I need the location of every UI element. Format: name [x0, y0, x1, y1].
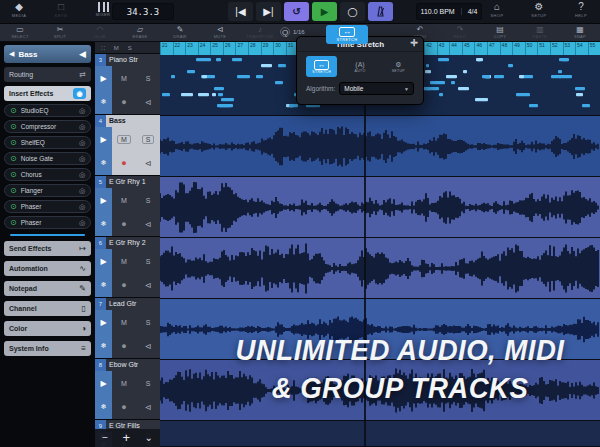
paste-tool[interactable]: ▥PASTE: [520, 24, 560, 39]
track-play-icon[interactable]: ▶: [100, 74, 106, 83]
mute-button[interactable]: M: [117, 135, 131, 144]
audio-event-lane[interactable]: [160, 238, 600, 299]
bypass-icon[interactable]: ◎: [79, 139, 85, 147]
stretch-mode-setup[interactable]: ⚙SETUP: [383, 56, 414, 77]
record-arm-button[interactable]: ●: [121, 159, 126, 167]
freeze-icon[interactable]: ❄: [101, 98, 107, 106]
insert-effect-slot[interactable]: ⊙Chorus◎: [4, 168, 91, 181]
stretch-mode-stretch[interactable]: ↔STRETCH: [306, 56, 337, 77]
media-button[interactable]: ◆MEDIA: [4, 1, 34, 18]
split-tool[interactable]: ✂SPLIT: [40, 24, 80, 39]
solo-button[interactable]: S: [143, 319, 154, 326]
forward-button[interactable]: ▶|: [256, 2, 281, 21]
inspector-section-send-effects[interactable]: Send Effects↦: [4, 241, 91, 256]
mute-button[interactable]: M: [118, 75, 130, 82]
insert-effect-slot[interactable]: ⊙ShelfEQ◎: [4, 136, 91, 149]
glue-tool[interactable]: ◠GLUE: [80, 24, 120, 39]
inspector-section-automation[interactable]: Automation∿: [4, 261, 91, 276]
insert-effect-slot[interactable]: ⊙Phaser◎: [4, 216, 91, 229]
track-row[interactable]: 4 Bass ▶ ❄ M S ● ⊲: [95, 115, 160, 176]
monitor-icon[interactable]: ⊲: [145, 159, 152, 168]
tempo-display[interactable]: 110.0 BPM 4/4: [416, 3, 482, 20]
freeze-icon[interactable]: ❄: [101, 403, 107, 411]
insert-effect-slot[interactable]: ⊙Compressor◎: [4, 120, 91, 133]
power-icon[interactable]: ⊙: [10, 203, 17, 211]
monitor-icon[interactable]: ⊲: [145, 342, 152, 351]
inspector-track-header[interactable]: ◀ Bass ◀: [4, 45, 91, 63]
record-button[interactable]: ◯: [340, 2, 365, 21]
record-arm-button[interactable]: ●: [121, 403, 126, 411]
transpose-tool[interactable]: ♪TRANSPOSE: [240, 24, 280, 39]
track-row[interactable]: 5 E Gtr Rhy 1 ▶ ❄ M S ● ⊲: [95, 176, 160, 237]
record-arm-button[interactable]: ●: [121, 281, 126, 289]
record-arm-button[interactable]: ●: [121, 342, 126, 350]
mute-button[interactable]: M: [118, 380, 130, 387]
insert-effect-slot[interactable]: ⊙Phaser◎: [4, 200, 91, 213]
mute-button[interactable]: M: [118, 197, 130, 204]
bypass-icon[interactable]: ◎: [79, 171, 85, 179]
track-play-icon[interactable]: ▶: [100, 135, 106, 144]
bypass-icon[interactable]: ◎: [79, 187, 85, 195]
freeze-icon[interactable]: ❄: [101, 281, 107, 289]
insert-effect-slot[interactable]: ⊙Flanger◎: [4, 184, 91, 197]
shop-button[interactable]: ⌂SHOP: [482, 1, 512, 18]
erase-tool[interactable]: ▱ERASE: [120, 24, 160, 39]
header-mute-label[interactable]: M: [114, 45, 119, 51]
solo-button[interactable]: S: [143, 75, 154, 82]
audio-event-lane[interactable]: [160, 360, 600, 421]
stretch-mode-auto[interactable]: (A)AUTO: [344, 56, 375, 77]
add-track-button[interactable]: +: [122, 433, 130, 443]
routing-section-button[interactable]: Routing ⇄: [4, 67, 91, 82]
solo-button[interactable]: S: [143, 258, 154, 265]
song-position-display[interactable]: 34.3.3: [112, 3, 174, 20]
inspector-section-system-info[interactable]: System Info≡: [4, 341, 91, 356]
power-icon[interactable]: ⊙: [10, 123, 17, 131]
mute-tool[interactable]: ⊲MUTE: [200, 24, 240, 39]
bypass-icon[interactable]: ◎: [79, 155, 85, 163]
track-play-icon[interactable]: ▶: [100, 257, 106, 266]
bypass-icon[interactable]: ◎: [79, 107, 85, 115]
stretch-tool-button[interactable]: ↔ STRETCH: [326, 25, 368, 44]
inspector-section-notepad[interactable]: Notepad✎: [4, 281, 91, 296]
power-icon[interactable]: ⊙: [10, 139, 17, 147]
track-play-icon[interactable]: ▶: [100, 318, 106, 327]
solo-button[interactable]: S: [143, 197, 154, 204]
monitor-icon[interactable]: ⊲: [145, 281, 152, 290]
inspector-section-color[interactable]: Color◑: [4, 321, 91, 336]
power-icon[interactable]: ⊙: [10, 155, 17, 163]
solo-button[interactable]: S: [143, 380, 154, 387]
setup-button[interactable]: ⚙SETUP: [524, 1, 554, 18]
monitor-icon[interactable]: ⊲: [145, 403, 152, 412]
freeze-icon[interactable]: ❄: [101, 159, 107, 167]
mute-button[interactable]: M: [118, 258, 130, 265]
record-arm-button[interactable]: ●: [121, 220, 126, 228]
record-arm-button[interactable]: ●: [121, 98, 126, 106]
solo-button[interactable]: S: [142, 135, 155, 144]
bypass-icon[interactable]: ◎: [79, 219, 85, 227]
bypass-icon[interactable]: ◎: [79, 203, 85, 211]
cycle-button[interactable]: ↺: [284, 2, 309, 21]
insert-effect-slot[interactable]: ⊙StudioEQ◎: [4, 104, 91, 117]
hide-panel-button[interactable]: ⌄: [144, 433, 152, 443]
select-tool[interactable]: ▭SELECT: [0, 24, 40, 39]
mute-button[interactable]: M: [118, 319, 130, 326]
popup-move-icon[interactable]: ✛: [410, 38, 418, 48]
algorithm-dropdown[interactable]: Mobile ▼: [339, 82, 414, 95]
help-button[interactable]: ?HELP: [566, 1, 596, 18]
track-row[interactable]: 8 Ebow Gtr ▶ ❄ M S ● ⊲: [95, 359, 160, 420]
track-play-icon[interactable]: ▶: [100, 379, 106, 388]
freeze-icon[interactable]: ❄: [101, 342, 107, 350]
inspector-scrollbar[interactable]: [10, 234, 85, 236]
power-icon[interactable]: ⊙: [10, 107, 17, 115]
collapse-arrow-icon[interactable]: ◀: [79, 49, 86, 59]
metronome-button[interactable]: [368, 2, 393, 21]
inspector-section-channel[interactable]: Channel▯: [4, 301, 91, 316]
track-play-icon[interactable]: ▶: [100, 196, 106, 205]
power-icon[interactable]: ⊙: [10, 187, 17, 195]
monitor-icon[interactable]: ⊲: [145, 98, 152, 107]
draw-tool[interactable]: ✎DRAW: [160, 24, 200, 39]
rewind-button[interactable]: |◀: [228, 2, 253, 21]
audio-event-lane[interactable]: [160, 177, 600, 238]
audio-event-lane[interactable]: [160, 421, 600, 447]
insert-effect-slot[interactable]: ⊙Noise Gate◎: [4, 152, 91, 165]
